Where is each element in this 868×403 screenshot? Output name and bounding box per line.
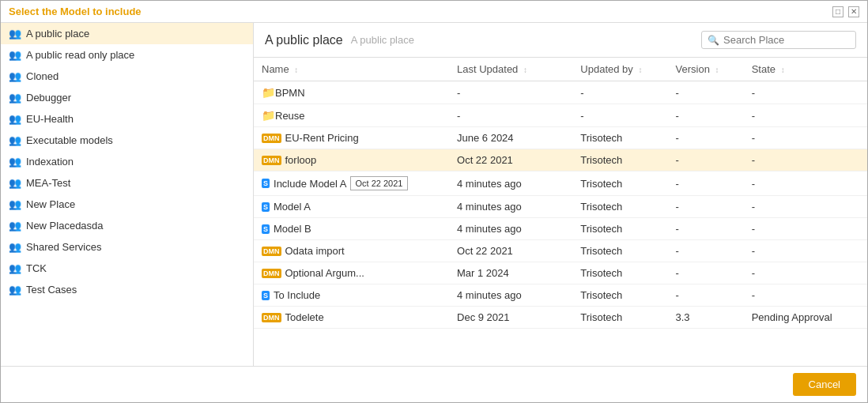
- dialog-controls: □ ✕: [832, 6, 859, 17]
- name-cell: 📁BPMN: [254, 81, 449, 104]
- last-updated-cell: 4 minutes ago: [449, 171, 572, 196]
- updated-by-cell: Trisotech: [572, 240, 667, 262]
- sidebar-item-label: New Place: [26, 198, 75, 210]
- state-cell: -: [744, 81, 867, 104]
- name-cell: DMNOptional Argum...: [254, 262, 449, 284]
- version-cell: -: [668, 149, 744, 171]
- sidebar-item-test-cases[interactable]: 👥 Test Cases: [1, 279, 253, 300]
- col-state-header[interactable]: State ↕: [744, 58, 867, 81]
- col-version-header[interactable]: Version ↕: [668, 58, 744, 81]
- version-cell: -: [668, 81, 744, 104]
- name-sort-icon: ↕: [294, 66, 298, 74]
- place-icon: 👥: [9, 49, 21, 61]
- sidebar-item-label: New Placedasda: [26, 220, 104, 232]
- sidebar-item-label: A public place: [26, 28, 89, 40]
- name-cell: STo Include: [254, 284, 449, 307]
- table-row[interactable]: STo Include4 minutes agoTrisotech--: [254, 284, 867, 307]
- dmn-icon: DMN: [262, 269, 281, 278]
- table-row[interactable]: DMNTodeleteDec 9 2021Trisotech3.3Pending…: [254, 307, 867, 329]
- folder-icon: 📁: [262, 86, 275, 99]
- name-cell: SModel B: [254, 218, 449, 240]
- table-row[interactable]: SModel B4 minutes agoTrisotech--: [254, 218, 867, 240]
- name-cell: SModel A: [254, 196, 449, 218]
- sidebar-item-label: Cloned: [26, 70, 58, 82]
- state-sort-icon: ↕: [781, 66, 785, 74]
- main-header: A public place A public place 🔍: [254, 23, 867, 58]
- updated-by-cell: Trisotech: [572, 262, 667, 284]
- version-cell: -: [668, 218, 744, 240]
- dialog: Select the Model to include □ ✕ 👥 A publ…: [0, 0, 868, 403]
- sidebar-item-mea-test[interactable]: 👥 MEA-Test: [1, 172, 253, 194]
- table-row[interactable]: DMNforloopOct 22 2021Trisotech--: [254, 149, 867, 171]
- table-row[interactable]: 📁BPMN----: [254, 81, 867, 104]
- place-icon: 👥: [9, 241, 21, 253]
- main-header-title: A public place: [265, 33, 343, 47]
- sidebar-item-label: Test Cases: [26, 284, 77, 296]
- updated-by-cell: Trisotech: [572, 307, 667, 329]
- sidebar-item-a-public-read-only-place[interactable]: 👥 A public read only place: [1, 44, 253, 66]
- updated-by-cell: Trisotech: [572, 196, 667, 218]
- close-button[interactable]: ✕: [848, 6, 859, 17]
- place-icon: 👥: [9, 92, 21, 104]
- sidebar-item-label: MEA-Test: [26, 177, 70, 189]
- main-content: A public place A public place 🔍 Name ↕: [254, 23, 867, 366]
- model-table: Name ↕ Last Updated ↕ Updated by ↕: [254, 58, 867, 329]
- dialog-footer: Cancel: [1, 366, 867, 402]
- sidebar-item-label: EU-Health: [26, 113, 74, 125]
- sidebar-item-cloned[interactable]: 👥 Cloned: [1, 66, 253, 87]
- last-updated-cell: Mar 1 2024: [449, 262, 572, 284]
- sidebar-item-tck[interactable]: 👥 TCK: [1, 258, 253, 279]
- version-cell: -: [668, 171, 744, 196]
- table-row[interactable]: DMNOdata importOct 22 2021Trisotech--: [254, 240, 867, 262]
- sidebar-item-label: TCK: [26, 262, 47, 274]
- dialog-body: 👥 A public place 👥 A public read only pl…: [1, 23, 867, 366]
- decision-icon: S: [262, 179, 270, 188]
- table-row[interactable]: 📁Reuse----: [254, 104, 867, 127]
- version-cell: -: [668, 104, 744, 127]
- sidebar-item-eu-health[interactable]: 👥 EU-Health: [1, 108, 253, 130]
- version-sort-icon: ↕: [715, 66, 719, 74]
- col-name-header[interactable]: Name ↕: [254, 58, 449, 81]
- col-updatedby-header[interactable]: Updated by ↕: [572, 58, 667, 81]
- name-cell: SInclude Model AOct 22 2021: [254, 171, 449, 196]
- sidebar-item-new-placedasda[interactable]: 👥 New Placedasda: [1, 215, 253, 236]
- name-cell: DMNforloop: [254, 149, 449, 171]
- version-cell: -: [668, 240, 744, 262]
- table-row[interactable]: DMNEU-Rent PricingJune 6 2024Trisotech--: [254, 127, 867, 149]
- sidebar-item-shared-services[interactable]: 👥 Shared Services: [1, 236, 253, 258]
- search-input[interactable]: [723, 34, 850, 46]
- sidebar-item-new-place[interactable]: 👥 New Place: [1, 194, 253, 215]
- col-updated-header[interactable]: Last Updated ↕: [449, 58, 572, 81]
- sidebar-item-label: Indexation: [26, 156, 74, 168]
- minimize-button[interactable]: □: [832, 6, 843, 17]
- version-cell: -: [668, 127, 744, 149]
- folder-icon: 📁: [262, 109, 275, 122]
- sidebar-item-label: Shared Services: [26, 241, 101, 253]
- sidebar-item-label: Executable models: [26, 134, 113, 146]
- updated-by-cell: Trisotech: [572, 127, 667, 149]
- sidebar-item-indexation[interactable]: 👥 Indexation: [1, 151, 253, 172]
- sidebar-item-executable-models[interactable]: 👥 Executable models: [1, 130, 253, 151]
- table-row[interactable]: DMNOptional Argum...Mar 1 2024Trisotech-…: [254, 262, 867, 284]
- sidebar: 👥 A public place 👥 A public read only pl…: [1, 23, 254, 366]
- dialog-titlebar: Select the Model to include □ ✕: [1, 1, 867, 23]
- search-icon: 🔍: [708, 35, 719, 46]
- state-cell: -: [744, 262, 867, 284]
- last-updated-cell: June 6 2024: [449, 127, 572, 149]
- sidebar-item-a-public-place[interactable]: 👥 A public place: [1, 23, 253, 44]
- cancel-button[interactable]: Cancel: [793, 373, 856, 396]
- last-updated-cell: 4 minutes ago: [449, 284, 572, 307]
- place-icon: 👥: [9, 156, 21, 168]
- name-cell: DMNEU-Rent Pricing: [254, 127, 449, 149]
- table-row[interactable]: SModel A4 minutes agoTrisotech--: [254, 196, 867, 218]
- name-cell: DMNOdata import: [254, 240, 449, 262]
- decision-icon: S: [262, 291, 270, 300]
- last-updated-cell: -: [449, 104, 572, 127]
- name-cell: DMNTodelete: [254, 307, 449, 329]
- updated-by-cell: Trisotech: [572, 149, 667, 171]
- updated-by-cell: -: [572, 104, 667, 127]
- decision-icon: S: [262, 202, 270, 212]
- place-icon: 👥: [9, 28, 21, 40]
- sidebar-item-debugger[interactable]: 👥 Debugger: [1, 87, 253, 108]
- table-row[interactable]: SInclude Model AOct 22 20214 minutes ago…: [254, 171, 867, 196]
